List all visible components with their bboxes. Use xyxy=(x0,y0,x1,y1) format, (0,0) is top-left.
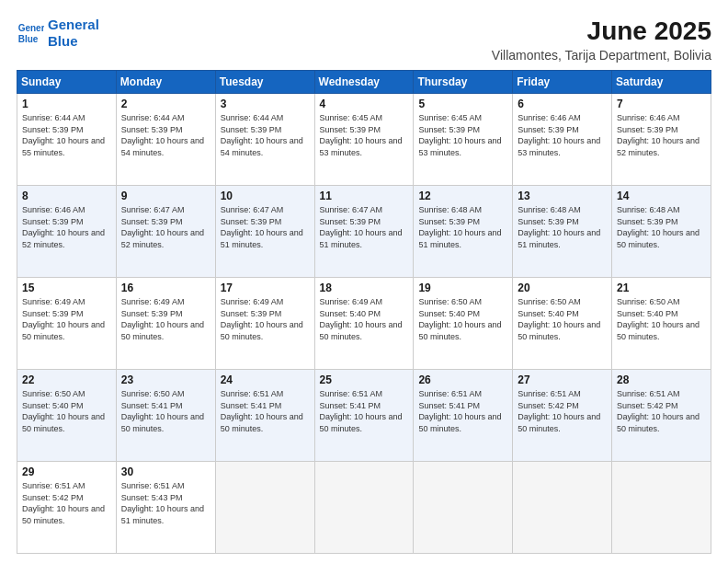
day-detail: Sunrise: 6:50 AM Sunset: 5:41 PM Dayligh… xyxy=(121,388,210,434)
day-detail: Sunrise: 6:50 AM Sunset: 5:40 PM Dayligh… xyxy=(617,296,706,342)
subtitle: Villamontes, Tarija Department, Bolivia xyxy=(492,48,711,63)
logo-icon: General Blue xyxy=(17,19,44,47)
table-row xyxy=(314,462,414,554)
table-row: 12 Sunrise: 6:48 AM Sunset: 5:39 PM Dayl… xyxy=(414,186,513,278)
day-detail: Sunrise: 6:51 AM Sunset: 5:41 PM Dayligh… xyxy=(320,388,409,434)
col-thursday: Thursday xyxy=(414,71,513,94)
day-detail: Sunrise: 6:51 AM Sunset: 5:42 PM Dayligh… xyxy=(518,388,607,434)
day-number: 30 xyxy=(121,465,210,478)
day-number: 1 xyxy=(22,98,111,110)
table-row: 16 Sunrise: 6:49 AM Sunset: 5:39 PM Dayl… xyxy=(116,278,215,370)
table-row: 20 Sunrise: 6:50 AM Sunset: 5:40 PM Dayl… xyxy=(513,278,612,370)
day-number: 17 xyxy=(221,282,310,294)
table-row: 7 Sunrise: 6:46 AM Sunset: 5:39 PM Dayli… xyxy=(612,94,711,186)
table-row: 30 Sunrise: 6:51 AM Sunset: 5:43 PM Dayl… xyxy=(116,462,215,554)
day-detail: Sunrise: 6:46 AM Sunset: 5:39 PM Dayligh… xyxy=(518,112,607,158)
day-detail: Sunrise: 6:46 AM Sunset: 5:39 PM Dayligh… xyxy=(22,204,111,250)
table-row: 19 Sunrise: 6:50 AM Sunset: 5:40 PM Dayl… xyxy=(414,278,513,370)
day-number: 7 xyxy=(617,98,706,110)
table-row: 9 Sunrise: 6:47 AM Sunset: 5:39 PM Dayli… xyxy=(116,186,215,278)
day-number: 9 xyxy=(121,190,210,202)
table-row: 27 Sunrise: 6:51 AM Sunset: 5:42 PM Dayl… xyxy=(513,370,612,462)
day-number: 4 xyxy=(320,98,409,110)
logo: General Blue General Blue xyxy=(17,17,99,50)
day-detail: Sunrise: 6:47 AM Sunset: 5:39 PM Dayligh… xyxy=(221,204,310,250)
header: General Blue General Blue June 2025 Vill… xyxy=(17,17,711,63)
day-detail: Sunrise: 6:46 AM Sunset: 5:39 PM Dayligh… xyxy=(617,112,706,158)
col-friday: Friday xyxy=(513,71,612,94)
day-number: 2 xyxy=(121,98,210,110)
table-row: 28 Sunrise: 6:51 AM Sunset: 5:42 PM Dayl… xyxy=(612,370,711,462)
day-detail: Sunrise: 6:51 AM Sunset: 5:42 PM Dayligh… xyxy=(617,388,706,434)
day-detail: Sunrise: 6:48 AM Sunset: 5:39 PM Dayligh… xyxy=(617,204,706,250)
day-detail: Sunrise: 6:44 AM Sunset: 5:39 PM Dayligh… xyxy=(221,112,310,158)
calendar-week-row: 15 Sunrise: 6:49 AM Sunset: 5:39 PM Dayl… xyxy=(17,278,711,370)
day-number: 11 xyxy=(320,190,409,202)
day-detail: Sunrise: 6:45 AM Sunset: 5:39 PM Dayligh… xyxy=(320,112,409,158)
table-row: 6 Sunrise: 6:46 AM Sunset: 5:39 PM Dayli… xyxy=(513,94,612,186)
svg-text:General: General xyxy=(18,23,44,33)
day-number: 23 xyxy=(121,373,210,386)
table-row: 21 Sunrise: 6:50 AM Sunset: 5:40 PM Dayl… xyxy=(612,278,711,370)
table-row: 14 Sunrise: 6:48 AM Sunset: 5:39 PM Dayl… xyxy=(612,186,711,278)
day-number: 29 xyxy=(22,465,111,478)
day-number: 8 xyxy=(22,190,111,202)
day-detail: Sunrise: 6:50 AM Sunset: 5:40 PM Dayligh… xyxy=(418,296,507,342)
table-row: 26 Sunrise: 6:51 AM Sunset: 5:41 PM Dayl… xyxy=(414,370,513,462)
day-detail: Sunrise: 6:51 AM Sunset: 5:42 PM Dayligh… xyxy=(22,480,111,526)
day-detail: Sunrise: 6:47 AM Sunset: 5:39 PM Dayligh… xyxy=(320,204,409,250)
col-tuesday: Tuesday xyxy=(215,71,314,94)
table-row: 17 Sunrise: 6:49 AM Sunset: 5:39 PM Dayl… xyxy=(215,278,314,370)
day-detail: Sunrise: 6:51 AM Sunset: 5:41 PM Dayligh… xyxy=(221,388,310,434)
day-detail: Sunrise: 6:44 AM Sunset: 5:39 PM Dayligh… xyxy=(22,112,111,158)
day-detail: Sunrise: 6:49 AM Sunset: 5:39 PM Dayligh… xyxy=(121,296,210,342)
table-row: 3 Sunrise: 6:44 AM Sunset: 5:39 PM Dayli… xyxy=(215,94,314,186)
day-detail: Sunrise: 6:47 AM Sunset: 5:39 PM Dayligh… xyxy=(121,204,210,250)
table-row: 1 Sunrise: 6:44 AM Sunset: 5:39 PM Dayli… xyxy=(17,94,117,186)
day-detail: Sunrise: 6:51 AM Sunset: 5:43 PM Dayligh… xyxy=(121,480,210,526)
day-number: 14 xyxy=(617,190,706,202)
table-row xyxy=(612,462,711,554)
day-number: 16 xyxy=(121,282,210,294)
table-row: 25 Sunrise: 6:51 AM Sunset: 5:41 PM Dayl… xyxy=(314,370,414,462)
day-detail: Sunrise: 6:49 AM Sunset: 5:39 PM Dayligh… xyxy=(22,296,111,342)
day-number: 24 xyxy=(221,373,310,386)
day-number: 27 xyxy=(518,373,607,386)
day-number: 3 xyxy=(221,98,310,110)
table-row xyxy=(215,462,314,554)
col-wednesday: Wednesday xyxy=(314,71,414,94)
table-row: 18 Sunrise: 6:49 AM Sunset: 5:40 PM Dayl… xyxy=(314,278,414,370)
calendar-week-row: 1 Sunrise: 6:44 AM Sunset: 5:39 PM Dayli… xyxy=(17,94,711,186)
logo-text-line1: General xyxy=(48,17,99,33)
logo-text-line2: Blue xyxy=(48,33,99,50)
table-row: 8 Sunrise: 6:46 AM Sunset: 5:39 PM Dayli… xyxy=(17,186,117,278)
table-row: 29 Sunrise: 6:51 AM Sunset: 5:42 PM Dayl… xyxy=(17,462,117,554)
day-number: 12 xyxy=(418,190,507,202)
calendar-week-row: 22 Sunrise: 6:50 AM Sunset: 5:40 PM Dayl… xyxy=(17,370,711,462)
day-detail: Sunrise: 6:45 AM Sunset: 5:39 PM Dayligh… xyxy=(418,112,507,158)
day-detail: Sunrise: 6:50 AM Sunset: 5:40 PM Dayligh… xyxy=(518,296,607,342)
day-number: 15 xyxy=(22,282,111,294)
table-row: 24 Sunrise: 6:51 AM Sunset: 5:41 PM Dayl… xyxy=(215,370,314,462)
main-title: June 2025 xyxy=(492,17,711,46)
col-monday: Monday xyxy=(116,71,215,94)
day-number: 28 xyxy=(617,373,706,386)
table-row: 22 Sunrise: 6:50 AM Sunset: 5:40 PM Dayl… xyxy=(17,370,117,462)
day-detail: Sunrise: 6:44 AM Sunset: 5:39 PM Dayligh… xyxy=(121,112,210,158)
title-block: June 2025 Villamontes, Tarija Department… xyxy=(492,17,711,63)
day-number: 26 xyxy=(418,373,507,386)
calendar-week-row: 8 Sunrise: 6:46 AM Sunset: 5:39 PM Dayli… xyxy=(17,186,711,278)
day-detail: Sunrise: 6:48 AM Sunset: 5:39 PM Dayligh… xyxy=(518,204,607,250)
calendar-week-row: 29 Sunrise: 6:51 AM Sunset: 5:42 PM Dayl… xyxy=(17,462,711,554)
table-row: 2 Sunrise: 6:44 AM Sunset: 5:39 PM Dayli… xyxy=(116,94,215,186)
col-sunday: Sunday xyxy=(17,71,117,94)
day-detail: Sunrise: 6:50 AM Sunset: 5:40 PM Dayligh… xyxy=(22,388,111,434)
table-row: 5 Sunrise: 6:45 AM Sunset: 5:39 PM Dayli… xyxy=(414,94,513,186)
day-number: 10 xyxy=(221,190,310,202)
calendar-table: Sunday Monday Tuesday Wednesday Thursday… xyxy=(17,70,711,554)
table-row xyxy=(513,462,612,554)
svg-text:Blue: Blue xyxy=(18,34,39,44)
day-number: 21 xyxy=(617,282,706,294)
table-row: 10 Sunrise: 6:47 AM Sunset: 5:39 PM Dayl… xyxy=(215,186,314,278)
day-number: 19 xyxy=(418,282,507,294)
